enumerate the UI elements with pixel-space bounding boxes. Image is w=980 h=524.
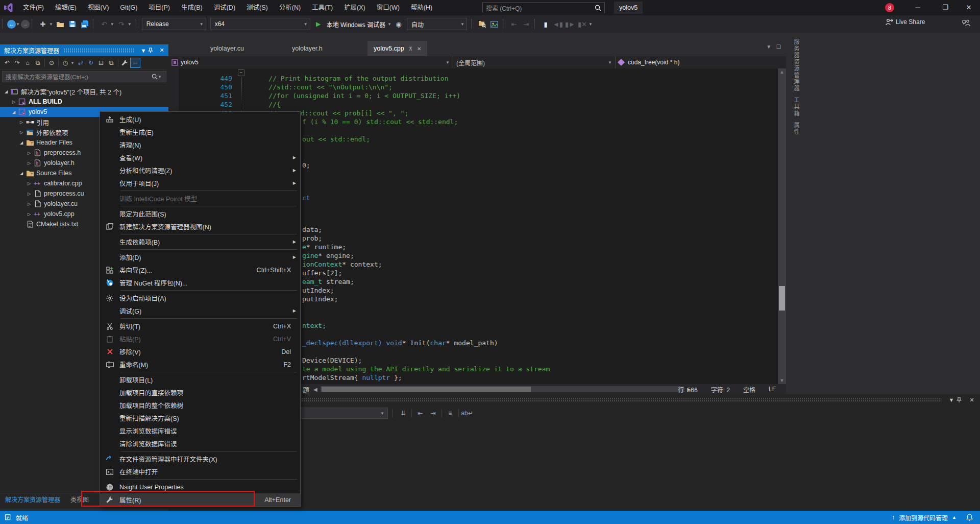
bookmark-icon[interactable]: ▮ (540, 18, 551, 30)
spaces-indicator[interactable]: 空格 (743, 385, 755, 394)
navigate-back-button[interactable]: ← (7, 20, 16, 29)
context-menu-item[interactable]: 清除浏览数据库错误 (100, 437, 300, 450)
menubar-item[interactable]: 测试(S) (241, 0, 274, 15)
find-message-icon[interactable]: ⇊ (398, 408, 409, 419)
switch-views-icon[interactable]: ⧉ (33, 58, 43, 68)
context-menu-item[interactable]: 生成依赖项(B)▶ (100, 235, 300, 248)
close-icon[interactable]: ✕ (157, 47, 166, 54)
expand-collapsed-icon[interactable]: ▷ (17, 120, 26, 125)
menubar-item[interactable]: 文件(F) (17, 0, 50, 15)
document-tab[interactable]: yololayer.h (286, 41, 329, 56)
chevron-down-icon[interactable]: ▼ (589, 22, 593, 27)
profiler-icon[interactable]: ◉ (393, 18, 404, 30)
expand-collapsed-icon[interactable]: ▷ (25, 202, 33, 206)
indent-decrease-icon[interactable]: ⇤ (508, 18, 520, 30)
expand-collapsed-icon[interactable]: ▷ (10, 100, 18, 104)
context-menu-item[interactable]: 加载项目的直接依赖项 (100, 386, 300, 399)
context-menu-item[interactable]: 分析和代码清理(Z)▶ (100, 164, 300, 177)
context-menu-item[interactable]: 训练 IntelliCode Poirot 模型 (100, 192, 300, 205)
menubar-item[interactable]: Git(G) (114, 0, 143, 15)
context-menu-item[interactable]: 限定为此范围(S) (100, 207, 300, 220)
menubar-item[interactable]: 分析(N) (274, 0, 306, 15)
new-project-icon[interactable]: ✚ (37, 18, 48, 30)
collapse-all-icon[interactable]: ⊟ (96, 58, 106, 68)
restore-button[interactable]: ❐ (934, 0, 957, 15)
context-menu-item[interactable]: 加载项目的整个依赖树 (100, 399, 300, 412)
debug-target-button[interactable]: 本地 Windows 调试器 (327, 20, 385, 29)
show-all-files-icon[interactable]: ⧉ (106, 58, 116, 68)
menubar-item[interactable]: 窗口(W) (371, 0, 405, 15)
notification-badge[interactable]: 8 (885, 3, 894, 12)
tree-item-all-build[interactable]: ▷ALL BUILD (0, 97, 168, 107)
chevron-down-icon[interactable]: ▼ (128, 22, 132, 27)
minimize-button[interactable]: ─ (906, 0, 929, 15)
context-menu-item[interactable]: 重新扫描解决方案(S) (100, 412, 300, 424)
context-menu-item[interactable]: 类向导(Z)...Ctrl+Shift+X (100, 264, 300, 276)
float-window-icon[interactable]: ❏ (776, 44, 781, 50)
save-icon[interactable] (67, 18, 78, 30)
live-share-button[interactable]: Live Share (886, 18, 925, 26)
scrollbar-thumb[interactable] (779, 286, 785, 311)
context-menu-item[interactable]: 移除(V)Del (100, 345, 300, 358)
chevron-down-icon[interactable]: ▼ (110, 22, 114, 27)
expand-expanded-icon[interactable]: ◢ (17, 140, 26, 145)
menubar-item[interactable]: 扩展(X) (338, 0, 371, 15)
search-input[interactable]: 搜索 (Ctrl+Q) (482, 2, 605, 13)
menubar-item[interactable]: 视图(V) (82, 0, 115, 15)
previous-bookmark-icon[interactable]: ◄▮ (552, 18, 564, 30)
next-bookmark-icon[interactable]: ▮► (565, 18, 576, 30)
scroll-left-icon[interactable]: ◀ (313, 387, 317, 392)
clear-all-icon[interactable]: ≡ (445, 408, 456, 419)
window-position-icon[interactable]: ▼ (946, 397, 957, 403)
project-scope-combobox[interactable]: yolov5 ▼ (168, 56, 453, 68)
pin-icon[interactable] (957, 397, 967, 403)
refresh-icon[interactable]: ↻ (86, 58, 96, 68)
scrollbar-thumb[interactable] (322, 387, 531, 392)
window-position-icon[interactable]: ▼ (139, 47, 148, 54)
context-menu-item[interactable]: 调试(G)▶ (100, 304, 300, 317)
chevron-down-icon[interactable]: ▼ (16, 22, 20, 27)
scroll-up-icon[interactable]: ▲ (778, 69, 786, 75)
save-all-icon[interactable] (79, 18, 90, 30)
active-files-list-icon[interactable]: ▼ (766, 44, 771, 50)
preview-selected-items-toggle[interactable]: ─ (130, 58, 140, 68)
bottom-tab-active[interactable]: 解决方案资源管理器 (0, 494, 65, 506)
menubar-item[interactable]: 调试(D) (208, 0, 241, 15)
context-menu-item[interactable]: 管理 NuGet 程序包(N)... (100, 276, 300, 289)
close-icon[interactable]: ✕ (417, 46, 421, 52)
eol-indicator[interactable]: LF (769, 386, 776, 393)
context-menu-item[interactable]: 卸载项目(L) (100, 373, 300, 386)
chevron-down-icon[interactable]: ▼ (387, 22, 391, 27)
previous-message-icon[interactable]: ⇤ (414, 408, 426, 419)
recent-files-icon[interactable]: ◷ (60, 58, 70, 68)
attach-mode-combobox[interactable]: 自动 ▼ (407, 18, 467, 30)
solution-explorer-header[interactable]: 解决方案资源管理器 ▼ ✕ (0, 44, 168, 56)
sync-with-active-document-icon[interactable]: ⇄ (76, 58, 86, 68)
scroll-down-icon[interactable]: ▼ (778, 378, 786, 383)
configuration-combobox[interactable]: Release ▼ (142, 18, 206, 30)
feedback-icon[interactable] (962, 19, 970, 27)
properties-wrench-icon[interactable] (120, 58, 130, 68)
auto-hide-tab-属性[interactable]: 属性 (786, 122, 800, 135)
context-menu-item[interactable]: 重新生成(E) (100, 126, 300, 138)
context-menu-item[interactable]: 在文件资源管理器中打开文件夹(X) (100, 452, 300, 465)
redo-icon[interactable]: ↷ (116, 18, 127, 30)
menubar-item[interactable]: 工具(T) (306, 0, 338, 15)
expand-expanded-icon[interactable]: ◢ (2, 89, 10, 94)
menubar-item[interactable]: 帮助(H) (405, 0, 438, 15)
expand-collapsed-icon[interactable]: ▷ (25, 151, 33, 155)
expand-collapsed-icon[interactable]: ▷ (25, 192, 33, 196)
pending-changes-filter-icon[interactable]: ⊙ (46, 58, 57, 68)
platform-combobox[interactable]: x64 ▼ (210, 18, 310, 30)
pin-icon[interactable] (148, 47, 157, 54)
expand-expanded-icon[interactable]: ◢ (17, 171, 26, 176)
undo-icon[interactable]: ↶ (99, 18, 110, 30)
expand-collapsed-icon[interactable]: ▷ (25, 212, 33, 217)
open-file-icon[interactable] (55, 18, 66, 30)
code-fold-icon[interactable]: − (238, 69, 244, 76)
context-menu-item[interactable]: 剪切(T)Ctrl+X (100, 320, 300, 332)
solution-explorer-search-input[interactable]: 搜索解决方案资源管理器(Ctrl+;) ▼ (2, 71, 166, 82)
chevron-down-icon[interactable]: ▼ (158, 75, 162, 79)
indent-increase-icon[interactable]: ⇥ (521, 18, 532, 30)
background-tasks-icon[interactable] (5, 514, 12, 520)
